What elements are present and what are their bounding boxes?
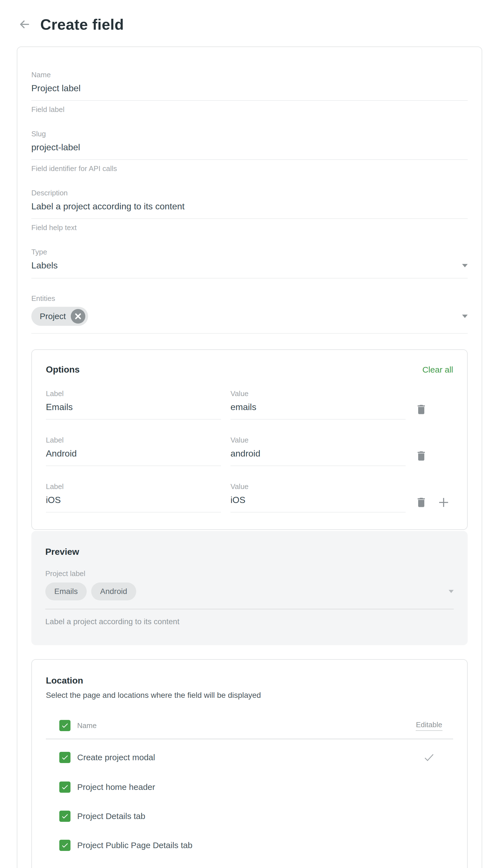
option-row-actions	[415, 389, 458, 419]
type-select-value: Labels	[31, 260, 58, 271]
option-value-caption: Value	[231, 436, 405, 444]
row-checkbox[interactable]	[59, 811, 71, 822]
row-checkbox[interactable]	[59, 840, 71, 851]
slug-field-group: Slug Field identifier for API calls	[31, 130, 468, 173]
check-icon	[61, 753, 69, 761]
options-title: Options	[46, 365, 80, 375]
delete-option-button[interactable]	[415, 403, 427, 416]
clear-all-button[interactable]: Clear all	[422, 365, 453, 374]
preview-field-label: Project label	[45, 569, 454, 578]
back-button[interactable]	[18, 17, 31, 31]
option-label-field: Label	[46, 436, 221, 466]
option-label-field: Label	[46, 482, 221, 512]
chevron-down-icon	[449, 590, 454, 593]
row-checkbox[interactable]	[59, 782, 71, 793]
preview-labels-select[interactable]: Emails Android	[45, 582, 454, 609]
arrow-left-icon	[18, 17, 31, 31]
name-input[interactable]	[31, 83, 468, 101]
type-select[interactable]: Labels	[31, 260, 468, 278]
location-row: Create project modal	[46, 742, 453, 773]
option-row: Label Value	[46, 482, 453, 512]
location-table-header: Name Editable	[46, 714, 453, 731]
option-label-caption: Label	[46, 389, 221, 398]
location-row-name: Project Public Page Details tab	[77, 841, 193, 850]
delete-option-button[interactable]	[415, 450, 427, 462]
option-value-caption: Value	[231, 482, 405, 491]
row-checkbox-cell	[46, 840, 77, 851]
option-row-actions	[415, 436, 458, 466]
name-field-group: Name Field label	[31, 71, 468, 114]
location-row: Project Public Page Details tab	[46, 831, 453, 860]
options-panel-header: Options Clear all	[46, 365, 453, 375]
location-row: Project home header	[46, 773, 453, 802]
select-all-checkbox[interactable]	[59, 720, 71, 731]
option-value-field: Value	[231, 482, 405, 512]
slug-field-helper: Field identifier for API calls	[31, 164, 468, 173]
name-field-helper: Field label	[31, 105, 468, 114]
page-title: Create field	[40, 16, 124, 33]
preview-helper: Label a project according to its content	[45, 617, 454, 626]
row-checkbox-cell	[46, 811, 77, 822]
editable-check-icon	[423, 751, 435, 764]
type-field-label: Type	[31, 248, 468, 257]
entity-chip-label: Project	[40, 311, 66, 321]
option-value-input[interactable]	[231, 449, 405, 466]
trash-icon	[415, 496, 427, 509]
editable-column-header[interactable]: Editable	[416, 721, 442, 731]
option-label-caption: Label	[46, 436, 221, 444]
option-row: Label Value	[46, 436, 453, 466]
check-icon	[61, 841, 69, 849]
preview-chip: Emails	[45, 582, 87, 601]
option-row-actions	[415, 482, 458, 512]
row-checkbox[interactable]	[59, 752, 71, 763]
description-field-group: Description Field help text	[31, 189, 468, 232]
option-value-input[interactable]	[231, 495, 405, 512]
name-column-header: Name	[77, 721, 97, 730]
preview-title: Preview	[45, 547, 454, 557]
slug-field-label: Slug	[31, 130, 468, 138]
row-checkbox-cell	[46, 782, 77, 793]
location-row-name: Project Details tab	[77, 811, 145, 821]
location-rows: Create project modal Project home header	[46, 742, 453, 868]
entities-field-group: Entities Project	[31, 294, 468, 334]
option-row: Label Value	[46, 389, 453, 419]
add-option-button[interactable]	[437, 496, 450, 509]
chevron-down-icon	[462, 264, 468, 267]
create-field-card: Name Field label Slug Field identifier f…	[17, 46, 482, 868]
remove-entity-button[interactable]	[71, 309, 85, 324]
location-panel: Location Select the page and locations w…	[31, 659, 468, 868]
plus-icon	[437, 496, 450, 509]
trash-icon	[415, 450, 427, 462]
entities-select[interactable]: Project	[31, 307, 468, 334]
option-value-field: Value	[231, 389, 405, 419]
entity-chip: Project	[31, 307, 88, 326]
location-row: Project Details tab	[46, 802, 453, 831]
check-icon	[61, 812, 69, 820]
table-header-divider	[46, 738, 453, 739]
option-label-input[interactable]	[46, 449, 221, 466]
description-input[interactable]	[31, 201, 468, 219]
option-label-input[interactable]	[46, 402, 221, 419]
option-label-field: Label	[46, 389, 221, 419]
option-label-input[interactable]	[46, 495, 221, 512]
option-value-input[interactable]	[231, 402, 405, 419]
delete-option-button[interactable]	[415, 496, 427, 509]
location-row-name: Project home header	[77, 782, 155, 792]
check-icon	[61, 783, 69, 791]
name-field-label: Name	[31, 71, 468, 79]
type-field-group: Type Labels	[31, 248, 468, 278]
location-row: Project settings	[46, 860, 453, 868]
entities-field-label: Entities	[31, 294, 468, 303]
description-field-label: Description	[31, 189, 468, 197]
topbar: Create field	[17, 16, 482, 33]
option-label-caption: Label	[46, 482, 221, 491]
options-panel: Options Clear all Label Value	[31, 349, 468, 530]
option-value-field: Value	[231, 436, 405, 466]
slug-input[interactable]	[31, 142, 468, 160]
location-title: Location	[46, 675, 453, 686]
trash-icon	[415, 403, 427, 416]
location-subtitle: Select the page and locations where the …	[46, 691, 453, 700]
header-checkbox-cell	[46, 720, 77, 731]
close-icon	[75, 313, 81, 320]
editable-cell	[405, 751, 453, 764]
